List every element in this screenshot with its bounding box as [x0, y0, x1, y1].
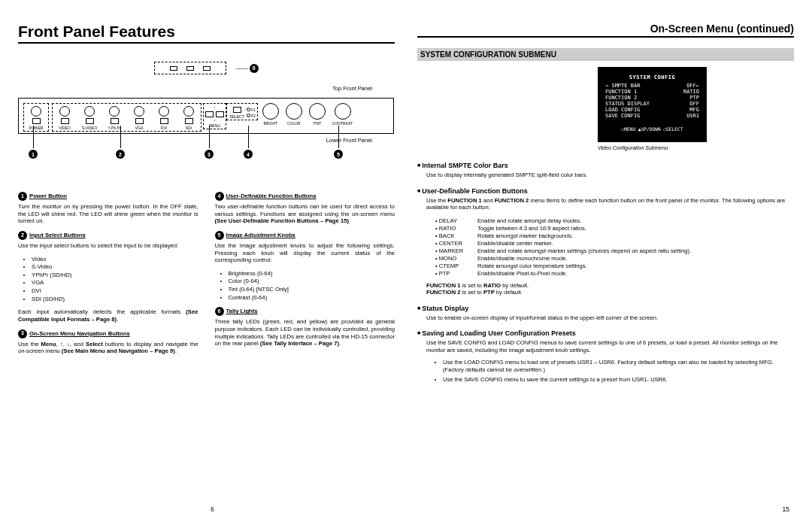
- save-load-bullets: Use the LOAD CONFIG menu to load one of …: [435, 359, 794, 386]
- heading-save-load: Saving and Loading User Configuration Pr…: [417, 329, 794, 337]
- top-panel-caption: Top Front Panel: [18, 85, 395, 92]
- lower-front-panel-diagram: POWER VIDEO S-VIDEO Y Pb Pr VGA DVI SDI …: [18, 98, 394, 134]
- callout-6-badge: 6: [250, 64, 259, 73]
- top-front-panel-diagram: —— 6: [30, 62, 383, 74]
- heading-status-display: Status Display: [417, 305, 794, 312]
- page-title-right: On-Screen Menu (continued): [417, 23, 794, 38]
- osd-caption: Video Configuration Submenu: [598, 145, 794, 150]
- heading-func-buttons: User-Definable Function Buttons: [417, 187, 794, 195]
- feature-descriptions: 1Power Button Turn the monitor on by pre…: [18, 192, 395, 361]
- page-title-left: Front Panel Features: [18, 23, 395, 44]
- function-options-list: DELAYEnable and rotate amongst delay mod…: [435, 217, 794, 278]
- callout-numbers-row: 1 2 3 4 5: [18, 147, 394, 165]
- page-left: Front Panel Features —— 6 Top Front Pane…: [18, 23, 395, 510]
- page-number-right: 15: [783, 505, 789, 513]
- osd-preview: SYSTEM CONFIG → SMPTE BAROFF← FUNCTION 1…: [598, 67, 707, 142]
- page-number-left: 6: [211, 505, 214, 513]
- page-right: On-Screen Menu (continued) SYSTEM CONFIG…: [417, 23, 794, 510]
- section-heading: SYSTEM CONFIGURATION SUBMENU: [417, 48, 794, 61]
- heading-smpte: Internal SMPTE Color Bars: [417, 162, 794, 169]
- input-list: Video S-Video YPbPr (SD/HD) VGA DVI SDI …: [32, 256, 198, 303]
